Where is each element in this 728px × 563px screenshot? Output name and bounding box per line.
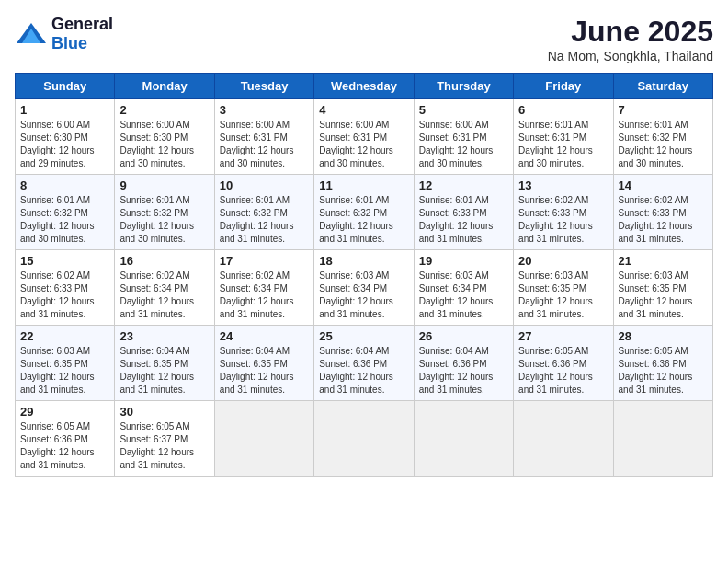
logo-blue-text: Blue	[51, 34, 87, 52]
day-info: Sunrise: 6:01 AMSunset: 6:32 PMDaylight:…	[119, 195, 194, 244]
table-row: 20 Sunrise: 6:03 AMSunset: 6:35 PMDaylig…	[514, 250, 613, 326]
day-number: 15	[20, 254, 109, 268]
day-number: 30	[119, 405, 209, 419]
table-row: 23 Sunrise: 6:04 AMSunset: 6:35 PMDaylig…	[115, 326, 214, 401]
day-info: Sunrise: 6:01 AMSunset: 6:32 PMDaylight:…	[619, 120, 693, 168]
day-number: 5	[419, 103, 508, 117]
calendar-week-3: 15 Sunrise: 6:02 AMSunset: 6:33 PMDaylig…	[16, 250, 713, 326]
table-row: 25 Sunrise: 6:04 AMSunset: 6:36 PMDaylig…	[314, 326, 414, 401]
day-info: Sunrise: 6:01 AMSunset: 6:32 PMDaylight:…	[20, 195, 95, 244]
table-row	[214, 401, 313, 477]
table-row: 1 Sunrise: 6:00 AMSunset: 6:30 PMDayligh…	[16, 99, 115, 175]
day-info: Sunrise: 6:02 AMSunset: 6:33 PMDaylight:…	[518, 195, 593, 244]
table-row	[514, 401, 613, 477]
col-monday: Monday	[115, 74, 214, 99]
day-info: Sunrise: 6:03 AMSunset: 6:35 PMDaylight:…	[518, 270, 593, 319]
day-number: 26	[419, 329, 508, 343]
day-number: 27	[518, 329, 608, 343]
table-row: 11 Sunrise: 6:01 AMSunset: 6:32 PMDaylig…	[314, 175, 414, 250]
table-row: 4 Sunrise: 6:00 AMSunset: 6:31 PMDayligh…	[314, 99, 414, 175]
day-info: Sunrise: 6:05 AMSunset: 6:37 PMDaylight:…	[119, 421, 194, 470]
col-tuesday: Tuesday	[214, 74, 313, 99]
table-row: 2 Sunrise: 6:00 AMSunset: 6:30 PMDayligh…	[115, 99, 214, 175]
logo-general-text: General	[51, 15, 113, 33]
day-number: 29	[20, 405, 109, 419]
calendar-table: Sunday Monday Tuesday Wednesday Thursday…	[15, 73, 713, 477]
day-number: 28	[619, 329, 708, 343]
day-info: Sunrise: 6:02 AMSunset: 6:34 PMDaylight:…	[220, 270, 294, 319]
day-number: 12	[419, 178, 508, 192]
day-info: Sunrise: 6:00 AMSunset: 6:31 PMDaylight:…	[220, 120, 294, 168]
table-row: 12 Sunrise: 6:01 AMSunset: 6:33 PMDaylig…	[414, 175, 513, 250]
table-row: 18 Sunrise: 6:03 AMSunset: 6:34 PMDaylig…	[314, 250, 414, 326]
table-row: 16 Sunrise: 6:02 AMSunset: 6:34 PMDaylig…	[115, 250, 214, 326]
day-info: Sunrise: 6:04 AMSunset: 6:35 PMDaylight:…	[119, 346, 194, 395]
day-info: Sunrise: 6:02 AMSunset: 6:34 PMDaylight:…	[119, 270, 194, 319]
table-row	[613, 401, 712, 477]
day-info: Sunrise: 6:03 AMSunset: 6:35 PMDaylight:…	[619, 270, 693, 319]
day-number: 9	[119, 178, 209, 192]
day-info: Sunrise: 6:00 AMSunset: 6:31 PMDaylight:…	[319, 120, 393, 168]
day-info: Sunrise: 6:04 AMSunset: 6:36 PMDaylight:…	[319, 346, 393, 395]
day-number: 20	[518, 254, 608, 268]
day-info: Sunrise: 6:03 AMSunset: 6:35 PMDaylight:…	[20, 346, 95, 395]
table-row: 21 Sunrise: 6:03 AMSunset: 6:35 PMDaylig…	[613, 250, 712, 326]
day-info: Sunrise: 6:01 AMSunset: 6:33 PMDaylight:…	[419, 195, 494, 244]
table-row: 8 Sunrise: 6:01 AMSunset: 6:32 PMDayligh…	[16, 175, 115, 250]
day-number: 18	[319, 254, 408, 268]
table-row: 22 Sunrise: 6:03 AMSunset: 6:35 PMDaylig…	[16, 326, 115, 401]
day-info: Sunrise: 6:01 AMSunset: 6:31 PMDaylight:…	[518, 120, 593, 168]
table-row: 15 Sunrise: 6:02 AMSunset: 6:33 PMDaylig…	[16, 250, 115, 326]
table-row: 27 Sunrise: 6:05 AMSunset: 6:36 PMDaylig…	[514, 326, 613, 401]
col-thursday: Thursday	[414, 74, 513, 99]
table-row: 19 Sunrise: 6:03 AMSunset: 6:34 PMDaylig…	[414, 250, 513, 326]
calendar-week-5: 29 Sunrise: 6:05 AMSunset: 6:36 PMDaylig…	[16, 401, 713, 477]
day-info: Sunrise: 6:04 AMSunset: 6:36 PMDaylight:…	[419, 346, 494, 395]
day-info: Sunrise: 6:03 AMSunset: 6:34 PMDaylight:…	[419, 270, 494, 319]
table-row: 14 Sunrise: 6:02 AMSunset: 6:33 PMDaylig…	[613, 175, 712, 250]
header: General Blue June 2025 Na Mom, Songkhla,…	[15, 15, 713, 63]
day-number: 21	[619, 254, 708, 268]
day-number: 24	[220, 329, 309, 343]
day-info: Sunrise: 6:04 AMSunset: 6:35 PMDaylight:…	[220, 346, 294, 395]
table-row: 5 Sunrise: 6:00 AMSunset: 6:31 PMDayligh…	[414, 99, 513, 175]
table-row: 28 Sunrise: 6:05 AMSunset: 6:36 PMDaylig…	[613, 326, 712, 401]
day-info: Sunrise: 6:05 AMSunset: 6:36 PMDaylight:…	[518, 346, 593, 395]
day-number: 22	[20, 329, 109, 343]
day-number: 19	[419, 254, 508, 268]
table-row	[414, 401, 513, 477]
table-row: 13 Sunrise: 6:02 AMSunset: 6:33 PMDaylig…	[514, 175, 613, 250]
col-wednesday: Wednesday	[314, 74, 414, 99]
calendar-title: June 2025	[548, 15, 713, 49]
table-row: 3 Sunrise: 6:00 AMSunset: 6:31 PMDayligh…	[214, 99, 313, 175]
day-info: Sunrise: 6:02 AMSunset: 6:33 PMDaylight:…	[20, 270, 95, 319]
day-number: 23	[119, 329, 209, 343]
day-info: Sunrise: 6:02 AMSunset: 6:33 PMDaylight:…	[619, 195, 693, 244]
day-info: Sunrise: 6:00 AMSunset: 6:31 PMDaylight:…	[419, 120, 494, 168]
title-area: June 2025 Na Mom, Songkhla, Thailand	[548, 15, 713, 63]
col-friday: Friday	[514, 74, 613, 99]
day-number: 13	[518, 178, 608, 192]
table-row: 6 Sunrise: 6:01 AMSunset: 6:31 PMDayligh…	[514, 99, 613, 175]
day-info: Sunrise: 6:00 AMSunset: 6:30 PMDaylight:…	[20, 120, 95, 168]
day-info: Sunrise: 6:01 AMSunset: 6:32 PMDaylight:…	[319, 195, 393, 244]
day-number: 16	[119, 254, 209, 268]
day-number: 1	[20, 103, 109, 117]
logo: General Blue	[15, 15, 113, 53]
day-info: Sunrise: 6:05 AMSunset: 6:36 PMDaylight:…	[20, 421, 95, 470]
day-number: 14	[619, 178, 708, 192]
col-sunday: Sunday	[16, 74, 115, 99]
table-row: 7 Sunrise: 6:01 AMSunset: 6:32 PMDayligh…	[613, 99, 712, 175]
table-row: 26 Sunrise: 6:04 AMSunset: 6:36 PMDaylig…	[414, 326, 513, 401]
day-number: 10	[220, 178, 309, 192]
day-info: Sunrise: 6:05 AMSunset: 6:36 PMDaylight:…	[619, 346, 693, 395]
calendar-header-row: Sunday Monday Tuesday Wednesday Thursday…	[16, 74, 713, 99]
day-number: 6	[518, 103, 608, 117]
table-row	[314, 401, 414, 477]
table-row: 17 Sunrise: 6:02 AMSunset: 6:34 PMDaylig…	[214, 250, 313, 326]
calendar-subtitle: Na Mom, Songkhla, Thailand	[548, 49, 713, 63]
calendar-week-4: 22 Sunrise: 6:03 AMSunset: 6:35 PMDaylig…	[16, 326, 713, 401]
table-row: 30 Sunrise: 6:05 AMSunset: 6:37 PMDaylig…	[115, 401, 214, 477]
table-row: 24 Sunrise: 6:04 AMSunset: 6:35 PMDaylig…	[214, 326, 313, 401]
day-number: 17	[220, 254, 309, 268]
